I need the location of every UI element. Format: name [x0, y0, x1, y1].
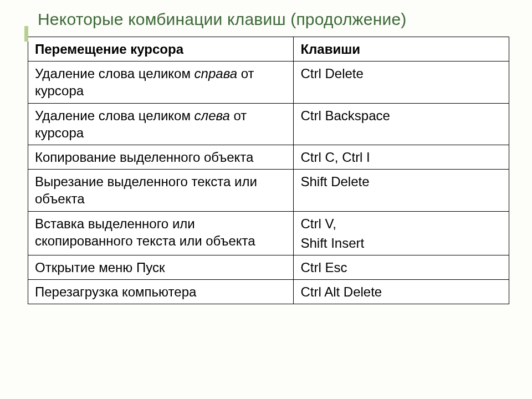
cell-keys: Ctrl Delete [294, 62, 509, 103]
shortcut-table: Перемещение курсора Клавиши Удаление сло… [28, 37, 509, 304]
page-title: Некоторые комбинации клавиш (продолжение… [22, 10, 510, 29]
action-text: Вставка выделенного или скопированного т… [35, 216, 255, 248]
cell-keys: Shift Delete [294, 170, 509, 211]
table-row: Вставка выделенного или скопированного т… [28, 211, 509, 255]
action-italic: слева [195, 108, 230, 123]
keys-line1: Ctrl V, [300, 216, 336, 231]
cell-keys: Ctrl V,Shift Insert [294, 211, 509, 255]
cell-action: Удаление слова целиком справа от курсора [28, 62, 294, 103]
action-text: Копирование выделенного объекта [35, 150, 253, 165]
cell-keys: Ctrl Alt Delete [294, 280, 509, 304]
table-row: Перезагрузка компьютера Ctrl Alt Delete [28, 280, 509, 304]
cell-action: Копирование выделенного объекта [28, 145, 294, 169]
accent-bar [24, 26, 28, 42]
action-text: Открытие меню Пуск [35, 260, 165, 275]
header-action: Перемещение курсора [28, 37, 294, 62]
keys-line2: Shift Insert [300, 234, 503, 252]
action-text: Удаление слова целиком [35, 66, 195, 81]
action-text: Вырезание выделенного текста или объекта [35, 174, 257, 206]
cell-action: Открытие меню Пуск [28, 255, 294, 279]
table-header-row: Перемещение курсора Клавиши [28, 37, 509, 62]
cell-action: Перезагрузка компьютера [28, 280, 294, 304]
cell-keys: Ctrl C, Ctrl I [294, 145, 509, 169]
cell-action: Вырезание выделенного текста или объекта [28, 170, 294, 211]
cell-action: Вставка выделенного или скопированного т… [28, 211, 294, 255]
table-row: Вырезание выделенного текста или объекта… [28, 170, 509, 211]
cell-action: Удаление слова целиком слева от курсора [28, 103, 294, 145]
table-row: Удаление слова целиком справа от курсора… [28, 62, 509, 103]
table-row: Удаление слова целиком слева от курсора … [28, 103, 509, 145]
action-text: Удаление слова целиком [35, 108, 195, 123]
table-row: Открытие меню Пуск Ctrl Esc [28, 255, 509, 279]
header-keys: Клавиши [294, 37, 509, 62]
action-text: Перезагрузка компьютера [35, 284, 196, 299]
action-italic: справа [195, 66, 237, 81]
table-row: Копирование выделенного объекта Ctrl C, … [28, 145, 509, 169]
cell-keys: Ctrl Backspace [294, 103, 509, 145]
cell-keys: Ctrl Esc [294, 255, 509, 279]
